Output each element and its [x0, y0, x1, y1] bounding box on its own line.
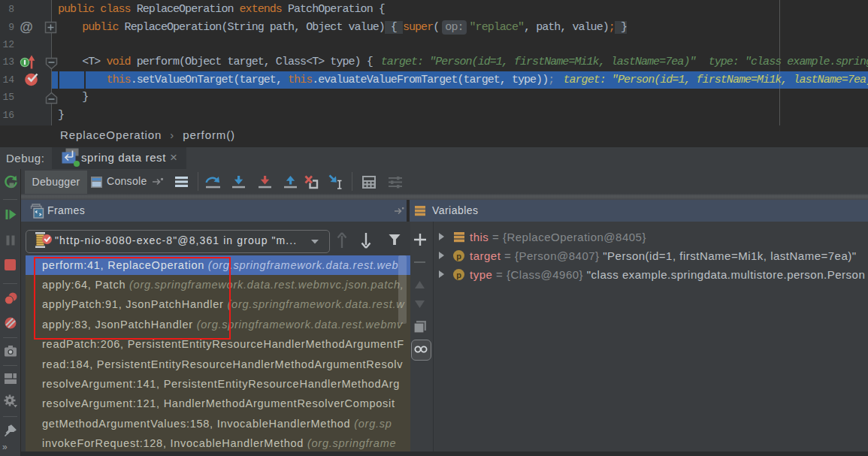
- svg-text:p: p: [456, 270, 461, 279]
- svg-text:p: p: [456, 252, 461, 261]
